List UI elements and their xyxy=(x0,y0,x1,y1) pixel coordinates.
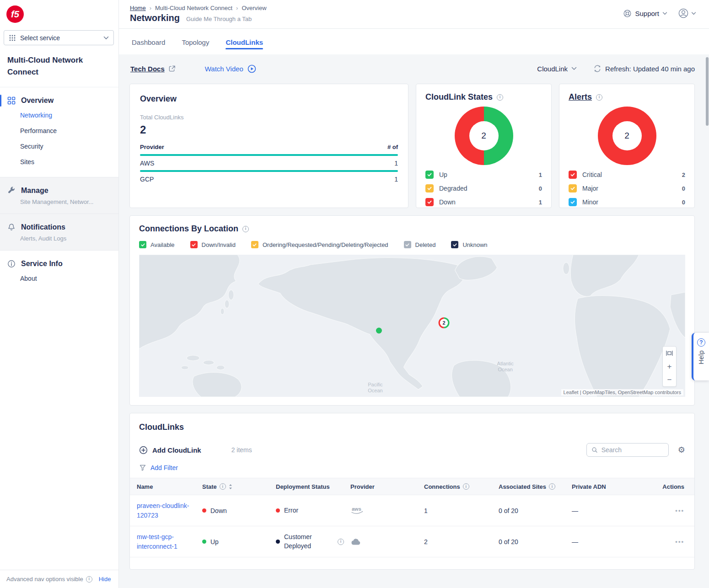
select-service-dropdown[interactable]: Select service xyxy=(4,30,114,45)
map-attribution[interactable]: Leaflet | OpenMapTiles, OpenStreetMap co… xyxy=(561,389,683,396)
sidebar-item-label: Manage xyxy=(21,187,48,195)
sidebar-item-sites[interactable]: Sites xyxy=(0,154,118,170)
sidebar-item-performance[interactable]: Performance xyxy=(0,123,118,139)
nav-group-notifications[interactable]: Notifications Alerts, Audit Logs xyxy=(0,214,118,251)
checkbox-up[interactable] xyxy=(425,171,434,179)
map-marker-available[interactable] xyxy=(376,328,382,334)
gcp-cloud-icon xyxy=(350,538,361,546)
legend-row-up: Up 1 xyxy=(425,168,542,182)
table-row: mw-test-gcp-interconnect-1 Up Customer D… xyxy=(130,526,694,557)
cloudlink-name-link[interactable]: praveen-cloudlink-120723 xyxy=(137,501,192,520)
support-menu[interactable]: Support xyxy=(623,9,667,18)
deployment-status-cell: Customer Deployed i xyxy=(276,533,350,551)
sidebar-item-about[interactable]: About xyxy=(0,271,118,286)
map-zoom-out-button[interactable]: − xyxy=(663,373,676,386)
watch-video-link[interactable]: Watch Video xyxy=(205,64,256,73)
refresh-button[interactable]: Refresh: Updated 40 min ago xyxy=(593,64,695,73)
checkbox-deleted[interactable] xyxy=(404,241,411,248)
search-input[interactable] xyxy=(602,446,664,454)
svg-text:aws: aws xyxy=(352,506,361,512)
check-icon xyxy=(570,172,575,177)
tab-topology[interactable]: Topology xyxy=(182,30,209,53)
breadcrumb-mcn[interactable]: Multi-Cloud Network Connect xyxy=(155,5,232,11)
checkbox-down[interactable] xyxy=(425,198,434,206)
info-circle-icon xyxy=(7,260,16,268)
top-bar: Home Multi-Cloud Network Connect Overvie… xyxy=(119,0,709,29)
hide-nav-link[interactable]: Hide xyxy=(99,576,111,583)
provider-column-header: Provider xyxy=(140,144,164,150)
help-tab[interactable]: ? Help xyxy=(692,333,709,380)
sidebar-item-manage[interactable]: Manage xyxy=(0,184,118,198)
sort-icon[interactable] xyxy=(229,484,232,490)
info-icon[interactable]: i xyxy=(463,483,469,490)
legend-ordering: Ordering/Requested/Pending/Deleting/Reje… xyxy=(251,241,388,248)
advanced-nav-text: Advanced nav options visible xyxy=(6,576,83,583)
provider-row: GCP 1 xyxy=(140,172,398,186)
bell-icon xyxy=(7,223,16,231)
info-icon[interactable]: i xyxy=(549,483,555,490)
f5-logo[interactable]: f5 xyxy=(6,5,24,23)
world-map[interactable]: Pacific Ocean Atlantic Ocean 2 xyxy=(139,255,685,397)
map-fit-bounds-button[interactable] xyxy=(663,347,676,360)
column-header-private-adn: Private ADN xyxy=(572,483,651,490)
apps-grid-icon xyxy=(9,34,16,42)
check-icon xyxy=(405,242,410,247)
tab-bar: Dashboard Topology CloudLinks xyxy=(119,29,709,54)
tab-cloudlinks[interactable]: CloudLinks xyxy=(226,30,263,53)
alerts-card: Alerts i 2 Critical 2 Major 0 xyxy=(559,84,695,208)
map-zoom-in-button[interactable]: + xyxy=(663,360,676,373)
sidebar-item-security[interactable]: Security xyxy=(0,139,118,154)
info-icon[interactable]: i xyxy=(497,94,503,101)
row-actions-menu[interactable]: ••• xyxy=(675,538,684,545)
atlantic-ocean-label: Atlantic xyxy=(497,361,514,366)
sidebar-item-notifications[interactable]: Notifications xyxy=(0,220,118,234)
plus-circle-icon xyxy=(139,446,148,454)
legend-label: Degraded xyxy=(439,185,467,192)
refresh-label: Refresh: Updated 40 min ago xyxy=(605,65,695,73)
info-icon[interactable]: i xyxy=(338,539,344,545)
add-filter-button[interactable]: Add Filter xyxy=(139,464,178,471)
row-actions-menu[interactable]: ••• xyxy=(675,507,684,514)
checkbox-major[interactable] xyxy=(569,184,577,192)
scope-dropdown[interactable]: CloudLink xyxy=(537,65,577,73)
info-icon[interactable]: i xyxy=(242,226,249,232)
status-dot xyxy=(202,508,206,513)
sidebar-item-service-info[interactable]: Service Info xyxy=(0,257,118,271)
alerts-card-title[interactable]: Alerts xyxy=(569,92,592,102)
info-icon[interactable]: i xyxy=(220,483,226,490)
tech-docs-link[interactable]: Tech Docs xyxy=(130,65,176,73)
legend-value: 0 xyxy=(539,185,542,192)
table-settings-button[interactable]: ⚙ xyxy=(678,446,685,454)
legend-deleted: Deleted xyxy=(404,241,436,248)
legend-label: Available xyxy=(150,241,175,248)
connections-by-location-card: Connections By Location i Available Down… xyxy=(129,215,695,406)
checkbox-unknown[interactable] xyxy=(451,241,458,248)
nav-group-manage[interactable]: Manage Site Management, Networ... xyxy=(0,177,118,214)
checkbox-down-invalid[interactable] xyxy=(190,241,198,248)
checkbox-minor[interactable] xyxy=(569,198,577,206)
map-cluster-marker[interactable]: 2 xyxy=(439,317,450,328)
checkbox-available[interactable] xyxy=(139,241,146,248)
checkbox-critical[interactable] xyxy=(569,171,577,179)
guide-me-link[interactable]: Guide Me Through a Tab xyxy=(186,16,252,22)
private-adn-cell: — xyxy=(572,538,651,545)
pacific-ocean-label2: Ocean xyxy=(368,388,382,393)
checkbox-degraded[interactable] xyxy=(425,184,434,192)
alerts-donut-chart: 2 xyxy=(598,107,656,165)
search-box xyxy=(586,443,669,457)
cloudlink-name-link[interactable]: mw-test-gcp-interconnect-1 xyxy=(137,532,192,551)
user-menu[interactable] xyxy=(677,7,696,19)
sidebar-item-overview[interactable]: Overview xyxy=(0,94,118,107)
legend-label: Deleted xyxy=(415,241,436,248)
map-card-title: Connections By Location xyxy=(139,224,238,234)
add-cloudlink-button[interactable]: Add CloudLink xyxy=(139,446,201,454)
sidebar-item-networking[interactable]: Networking xyxy=(0,107,118,123)
column-header-state[interactable]: State i xyxy=(202,483,276,490)
breadcrumb-home[interactable]: Home xyxy=(130,5,146,11)
checkbox-ordering[interactable] xyxy=(251,241,258,248)
select-service-label: Select service xyxy=(20,34,60,42)
scrollbar-thumb[interactable] xyxy=(706,57,709,126)
info-icon[interactable]: i xyxy=(86,576,92,583)
tab-dashboard[interactable]: Dashboard xyxy=(132,30,165,53)
info-icon[interactable]: i xyxy=(596,94,602,101)
